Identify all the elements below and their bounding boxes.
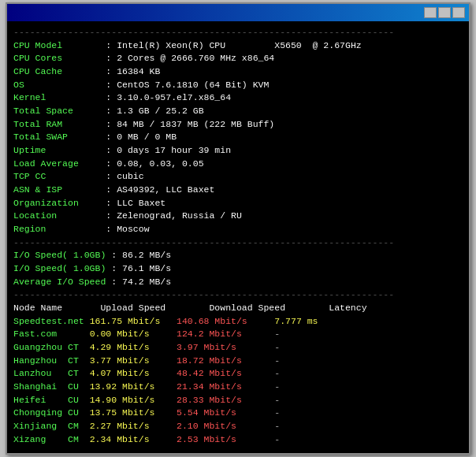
- network-row: Xinjiang CM 2.27 Mbit/s 2.10 Mbit/s -: [13, 420, 463, 433]
- network-row: Speedtest.net 161.75 Mbit/s 140.68 Mbit/…: [13, 315, 463, 329]
- maximize-button[interactable]: [438, 7, 451, 18]
- sysinfo-row: Location : Zelenograd, Russia / RU: [13, 210, 463, 223]
- window: ----------------------------------------…: [6, 2, 470, 455]
- sysinfo-row: Load Average : 0.08, 0.03, 0.05: [13, 158, 463, 171]
- network-row: Shanghai CU 13.92 Mbit/s 21.34 Mbit/s -: [13, 381, 463, 394]
- io-row: I/O Speed( 1.0GB) : 86.2 MB/s: [13, 249, 463, 262]
- sysinfo-row: CPU Model : Intel(R) Xeon(R) CPU X5650 @…: [13, 39, 463, 53]
- sysinfo-row: Total RAM : 84 MB / 1837 MB (222 MB Buff…: [13, 118, 463, 132]
- terminal-output: ----------------------------------------…: [7, 21, 469, 453]
- network-row: Heifei CU 14.90 Mbit/s 28.33 Mbit/s -: [13, 394, 463, 407]
- sysinfo-row: Total SWAP : 0 MB / 0 MB: [13, 131, 463, 144]
- network-row: Chongqing CU 13.75 Mbit/s 5.54 Mbit/s -: [13, 407, 463, 420]
- close-button[interactable]: [452, 7, 465, 18]
- network-row: Hangzhou CT 3.77 Mbit/s 18.72 Mbit/s -: [13, 355, 463, 368]
- network-row: Guangzhou CT 4.29 Mbit/s 3.97 Mbit/s -: [13, 341, 463, 355]
- network-row: Xizang CM 2.34 Mbit/s 2.53 Mbit/s -: [13, 433, 463, 447]
- network-header: Node Name Upload Speed Download Speed La…: [13, 302, 463, 315]
- io-row: I/O Speed( 1.0GB) : 76.1 MB/s: [13, 262, 463, 276]
- sysinfo-row: Total Space : 1.3 GB / 25.2 GB: [13, 105, 463, 118]
- network-row: Lanzhou CT 4.07 Mbit/s 48.42 Mbit/s -: [13, 367, 463, 381]
- sysinfo-row: CPU Cores : 2 Cores @ 2666.760 MHz x86_6…: [13, 52, 463, 65]
- sysinfo-row: TCP CC : cubic: [13, 170, 463, 184]
- network-row: Fast.com 0.00 Mbit/s 124.2 Mbit/s -: [13, 328, 463, 341]
- sysinfo-row: Uptime : 0 days 17 hour 39 min: [13, 144, 463, 158]
- divider-1: ----------------------------------------…: [13, 26, 463, 39]
- sysinfo-row: Organization : LLC Baxet: [13, 197, 463, 210]
- divider-4: ----------------------------------------…: [13, 447, 463, 454]
- divider-2: ----------------------------------------…: [13, 236, 463, 250]
- divider-3: ----------------------------------------…: [13, 288, 463, 302]
- io-section: I/O Speed( 1.0GB) : 86.2 MB/sI/O Speed( …: [13, 249, 463, 288]
- sysinfo-row: ASN & ISP : AS49392, LLC Baxet: [13, 184, 463, 197]
- sysinfo-row: Region : Moscow: [13, 223, 463, 236]
- window-controls: [424, 7, 465, 18]
- io-row: Average I/O Speed : 74.2 MB/s: [13, 276, 463, 289]
- titlebar: [7, 4, 469, 21]
- minimize-button[interactable]: [424, 7, 437, 18]
- sys-info-section: CPU Model : Intel(R) Xeon(R) CPU X5650 @…: [13, 39, 463, 236]
- network-section: Node Name Upload Speed Download Speed La…: [13, 302, 463, 446]
- sysinfo-row: CPU Cache : 16384 KB: [13, 65, 463, 79]
- sysinfo-row: OS : CentOS 7.6.1810 (64 Bit) KVM: [13, 79, 463, 92]
- sysinfo-row: Kernel : 3.10.0-957.el7.x86_64: [13, 91, 463, 105]
